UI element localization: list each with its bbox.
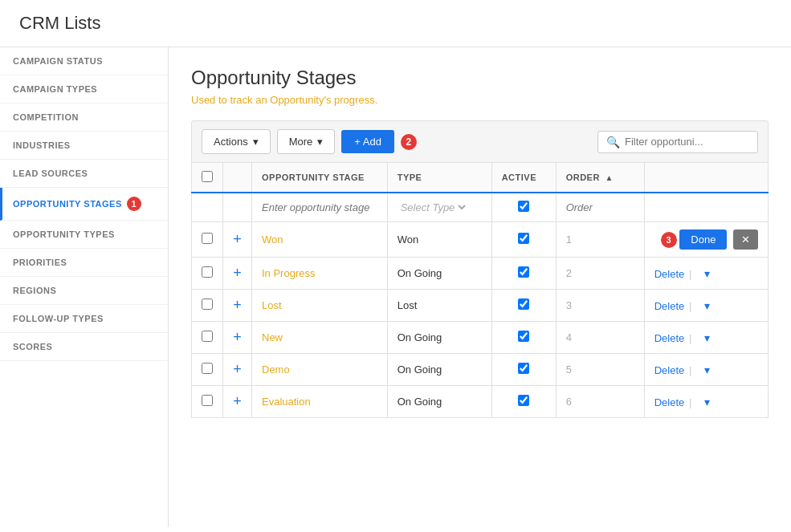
row-checkbox[interactable] [202,266,213,278]
table-row: + Lost Lost 3 Delete | ▾ [192,290,769,322]
delete-button[interactable]: Delete [654,268,685,280]
row-checkbox-cell[interactable] [192,386,223,418]
row-checkbox-cell[interactable] [192,290,223,322]
row-chevron-button[interactable]: ▾ [701,299,713,312]
sidebar-item-campaign-status[interactable]: CAMPAIGN STATUS [0,47,168,75]
row-checkbox-cell[interactable] [192,258,223,290]
row-active-cell[interactable] [491,222,556,258]
delete-button[interactable]: Delete [654,364,685,376]
row-chevron-button[interactable]: ▾ [701,331,713,344]
active-checkbox[interactable] [518,363,529,374]
active-checkbox[interactable] [518,233,529,244]
search-icon: 🔍 [606,136,620,148]
more-button[interactable]: More [277,129,336,154]
type-select[interactable]: Select Type Won Lost On Going [398,201,468,214]
order-input[interactable] [566,201,630,213]
row-action-cell: Delete | ▾ [644,322,768,354]
stage-input[interactable] [262,201,377,213]
th-stage: OPPORTUNITY STAGE [252,163,388,193]
page-subtitle: Used to track an Opportunity's progress. [191,94,769,106]
row-stage-cell: Demo [252,354,388,386]
add-badge: 2 [401,134,417,150]
sidebar-item-opportunity-types[interactable]: OPPORTUNITY TYPES [0,221,168,249]
active-checkbox[interactable] [518,266,529,278]
row-active-cell[interactable] [491,290,556,322]
sidebar-item-follow-up-types[interactable]: FOLLOW-UP TYPES [0,305,168,333]
input-active-cell[interactable] [491,193,556,222]
sidebar-item-industries[interactable]: INDUSTRIES [0,132,168,160]
actions-button[interactable]: Actions [202,129,271,154]
active-checkbox[interactable] [518,331,529,342]
row-active-cell[interactable] [491,258,556,290]
add-button[interactable]: + Add [341,130,394,153]
sidebar-item-regions[interactable]: REGIONS [0,277,168,305]
sidebar-item-campaign-types[interactable]: CAMPAIGN TYPES [0,75,168,104]
delete-button[interactable]: Delete [654,300,685,312]
row-checkbox[interactable] [202,331,213,342]
row-stage-cell: Won [252,222,388,258]
done-button[interactable]: Done [679,229,727,250]
input-action-cell [644,193,768,222]
plus-icon[interactable]: + [233,231,242,247]
active-checkbox[interactable] [518,395,529,406]
row-checkbox-cell[interactable] [192,354,223,386]
sort-asc-icon: ▲ [605,173,613,182]
sidebar-item-lead-sources[interactable]: LEAD SOURCES [0,160,168,188]
row-plus-cell[interactable]: + [223,386,252,418]
row-checkbox[interactable] [202,363,213,374]
main-content: Opportunity Stages Used to track an Oppo… [169,47,791,527]
th-type: TYPE [387,163,491,193]
row-checkbox-cell[interactable] [192,322,223,354]
table-row: + Evaluation On Going 6 Delete | ▾ [192,386,769,418]
row-chevron-button[interactable]: ▾ [701,396,713,408]
row-chevron-button[interactable]: ▾ [701,363,713,376]
row-stage-cell: New [252,322,388,354]
active-checkbox[interactable] [518,298,529,310]
delete-button[interactable]: Delete [654,332,685,344]
table-row: + New On Going 4 Delete | ▾ [192,322,769,354]
input-type-cell[interactable]: Select Type Won Lost On Going [387,193,491,222]
select-all-checkbox[interactable] [202,171,213,182]
row-plus-cell[interactable]: + [223,354,252,386]
chevron-down-icon [317,136,323,148]
plus-icon[interactable]: + [233,329,242,345]
row-active-cell[interactable] [491,386,556,418]
row-plus-cell[interactable]: + [223,290,252,322]
row-order-cell: 5 [556,354,644,386]
row-active-cell[interactable] [491,322,556,354]
page-title: Opportunity Stages [191,67,769,89]
th-order[interactable]: ORDER ▲ [556,163,644,193]
row-plus-cell[interactable]: + [223,322,252,354]
sidebar-item-priorities[interactable]: PRIORITIES [0,249,168,277]
sidebar-item-opportunity-stages[interactable]: OPPORTUNITY STAGES1 [0,188,168,221]
input-checkbox-cell [192,193,223,222]
row-stage-cell: In Progress [252,258,388,290]
row-checkbox-cell[interactable] [192,222,223,258]
row-type-cell: Lost [387,290,491,322]
plus-icon[interactable]: + [233,361,242,377]
row-checkbox[interactable] [202,298,213,310]
row-type-cell: On Going [387,258,491,290]
plus-icon[interactable]: + [233,297,242,313]
active-checkbox[interactable] [518,201,529,212]
app-header: CRM Lists [0,0,791,47]
row-active-cell[interactable] [491,354,556,386]
search-input[interactable] [625,136,749,148]
plus-icon[interactable]: + [233,265,242,281]
row-order-cell: 2 [556,258,644,290]
close-button[interactable]: ✕ [733,229,758,250]
table-header-row: OPPORTUNITY STAGE TYPE ACTIVE ORDER ▲ [192,163,769,193]
th-checkbox [192,163,223,193]
row-chevron-button[interactable]: ▾ [701,267,713,280]
sidebar-item-competition[interactable]: COMPETITION [0,104,168,132]
row-checkbox[interactable] [202,395,213,406]
row-type-cell: Won [387,222,491,258]
delete-button[interactable]: Delete [654,396,685,408]
plus-icon[interactable]: + [233,393,242,409]
sidebar-item-scores[interactable]: SCORES [0,333,168,361]
row-plus-cell[interactable]: + [223,222,252,258]
row-checkbox[interactable] [202,233,213,244]
input-order-cell[interactable] [556,193,644,222]
row-plus-cell[interactable]: + [223,258,252,290]
input-stage-cell[interactable] [252,193,388,222]
